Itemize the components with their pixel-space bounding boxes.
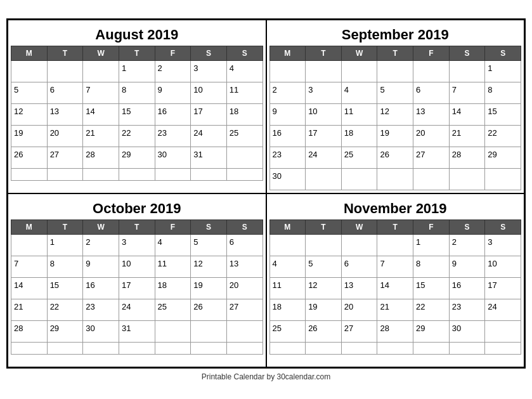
calendar-day-cell: 25	[269, 320, 306, 342]
day-header-cell: F	[413, 46, 450, 60]
calendar-day-cell: 26	[306, 320, 342, 342]
calendar-day-cell	[11, 234, 48, 256]
calendar-day-cell: 23	[83, 299, 119, 320]
calendar-day-cell: 27	[226, 299, 263, 320]
calendar-day-cell: 28	[83, 147, 119, 168]
calendar-day-cell: 19	[377, 125, 413, 147]
calendar-day-cell: 21	[83, 125, 119, 147]
calendar-day-cell: 12	[11, 103, 48, 125]
day-header-cell: M	[11, 46, 48, 60]
calendar-week-row: 567891011	[11, 82, 263, 103]
calendar-day-cell: 19	[306, 299, 342, 320]
calendar-day-cell	[449, 342, 485, 354]
calendar-day-cell	[226, 342, 263, 354]
calendar-day-cell: 16	[269, 125, 306, 147]
calendar-week-row: 11121314151617	[269, 277, 521, 299]
calendar-day-cell	[377, 168, 413, 190]
calendar-day-cell: 9	[269, 103, 306, 125]
calendar-day-cell: 15	[47, 277, 83, 299]
calendar-day-cell: 26	[191, 299, 227, 320]
calendar-day-cell: 19	[191, 277, 227, 299]
calendar-day-cell	[306, 60, 342, 82]
calendar-day-cell: 2	[449, 234, 485, 256]
cal-table-october-2019: MTWTFSS123456789101112131415161718192021…	[11, 219, 263, 355]
calendar-week-row: 16171819202122	[269, 125, 521, 147]
calendar-day-cell: 1	[485, 60, 521, 82]
calendar-day-cell: 9	[449, 256, 485, 277]
calendar-day-cell	[191, 342, 227, 354]
calendar-day-cell: 2	[155, 60, 191, 82]
calendar-day-cell: 16	[83, 277, 119, 299]
calendar-day-cell: 10	[306, 103, 342, 125]
calendar-day-cell	[83, 168, 119, 180]
calendar-day-cell: 16	[155, 103, 191, 125]
calendar-day-cell: 3	[191, 60, 227, 82]
calendar-day-cell	[485, 320, 521, 342]
day-header-cell: W	[83, 46, 119, 60]
day-header-cell: F	[155, 46, 191, 60]
calendar-day-cell	[155, 320, 191, 342]
calendar-day-cell	[11, 60, 48, 82]
calendar-week-row: 262728293031	[11, 147, 263, 168]
calendar-day-cell: 27	[413, 147, 450, 168]
day-header-cell: S	[485, 219, 521, 234]
calendar-day-cell	[413, 60, 450, 82]
calendar-september-2019: September 2019MTWTFSS1234567891011121314…	[266, 20, 525, 193]
calendar-day-cell: 21	[377, 299, 413, 320]
calendar-day-cell: 22	[413, 299, 450, 320]
calendar-day-cell	[47, 168, 83, 180]
calendar-day-cell: 4	[226, 60, 263, 82]
calendar-day-cell	[449, 60, 485, 82]
calendar-day-cell: 7	[11, 256, 48, 277]
calendar-day-cell	[269, 342, 306, 354]
calendar-day-cell: 2	[83, 234, 119, 256]
calendar-day-cell: 5	[377, 82, 413, 103]
calendar-day-cell: 6	[341, 256, 377, 277]
calendar-day-cell: 15	[119, 103, 155, 125]
calendar-day-cell: 25	[341, 147, 377, 168]
calendar-day-cell: 29	[413, 320, 450, 342]
calendar-day-cell	[47, 60, 83, 82]
day-header-cell: T	[47, 46, 83, 60]
calendar-day-cell	[377, 342, 413, 354]
calendar-day-cell: 20	[47, 125, 83, 147]
calendar-day-cell: 31	[191, 147, 227, 168]
day-header-cell: M	[269, 46, 306, 60]
cal-table-september-2019: MTWTFSS123456789101112131415161718192021…	[269, 46, 522, 190]
calendar-day-cell: 29	[47, 320, 83, 342]
calendar-august-2019: August 2019MTWTFSS1234567891011121314151…	[8, 20, 266, 193]
calendar-day-cell: 22	[47, 299, 83, 320]
calendar-day-cell: 17	[485, 277, 521, 299]
calendar-week-row: 18192021222324	[269, 299, 521, 320]
calendar-day-cell: 4	[341, 82, 377, 103]
calendar-day-cell: 12	[306, 277, 342, 299]
calendar-day-cell: 1	[413, 234, 450, 256]
calendar-day-cell	[306, 234, 342, 256]
calendar-day-cell: 27	[341, 320, 377, 342]
calendar-day-cell	[11, 342, 48, 354]
calendar-day-cell	[306, 342, 342, 354]
calendar-day-cell: 17	[119, 277, 155, 299]
calendar-week-row: 23242526272829	[269, 147, 521, 168]
calendar-day-cell: 31	[119, 320, 155, 342]
calendar-day-cell: 30	[83, 320, 119, 342]
calendar-day-cell: 10	[485, 256, 521, 277]
calendar-day-cell: 22	[485, 125, 521, 147]
calendar-day-cell: 18	[269, 299, 306, 320]
calendar-day-cell: 13	[47, 103, 83, 125]
calendar-day-cell: 8	[485, 82, 521, 103]
calendar-day-cell: 11	[269, 277, 306, 299]
calendar-day-cell: 30	[449, 320, 485, 342]
calendar-day-cell: 2	[269, 82, 306, 103]
calendar-day-cell: 24	[485, 299, 521, 320]
calendar-day-cell: 9	[155, 82, 191, 103]
day-header-cell: T	[119, 219, 155, 234]
calendar-week-row	[11, 342, 263, 354]
day-header-cell: S	[226, 46, 263, 60]
day-header-cell: W	[341, 219, 377, 234]
calendars-grid: August 2019MTWTFSS1234567891011121314151…	[6, 18, 526, 369]
calendar-day-cell	[269, 234, 306, 256]
calendar-day-cell	[449, 168, 485, 190]
calendar-day-cell: 28	[449, 147, 485, 168]
calendar-day-cell: 20	[226, 277, 263, 299]
